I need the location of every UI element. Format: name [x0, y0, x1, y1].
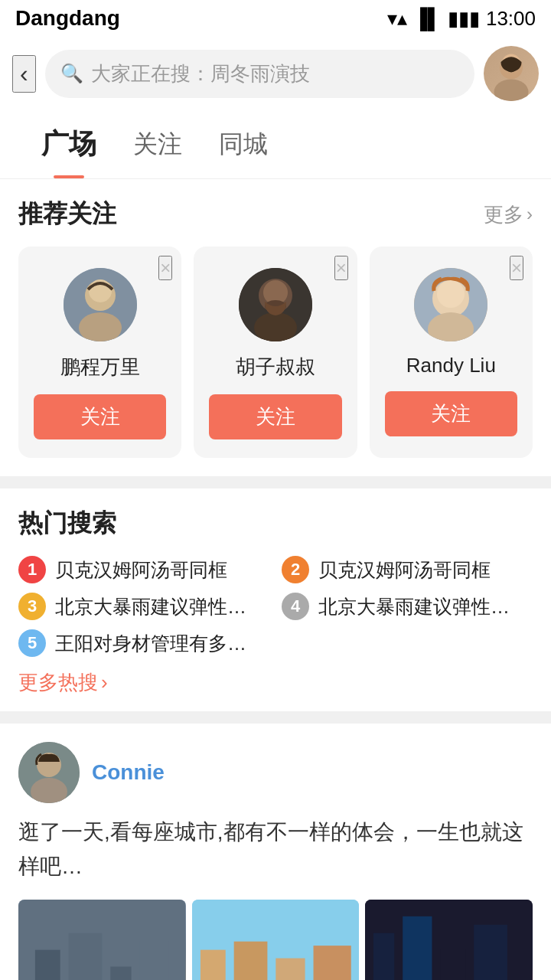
post-username[interactable]: Connie [92, 760, 165, 785]
card-avatar-3 [414, 268, 487, 341]
search-placeholder-text: 大家正在搜：周冬雨演技 [91, 60, 310, 87]
svg-rect-20 [35, 949, 60, 980]
close-card-3-button[interactable]: × [510, 256, 523, 280]
signal-icon: ▐▌ [413, 7, 442, 31]
hot-title: 热门搜索 [18, 507, 533, 541]
follow-card-2: × 胡子叔叔 关注 [194, 247, 357, 458]
more-hot-link[interactable]: 更多热搜 › [18, 669, 533, 696]
post-image-2[interactable] [192, 900, 360, 980]
card-name-1: 鹏程万里 [60, 354, 140, 381]
svg-rect-31 [313, 946, 350, 980]
hot-item-5[interactable]: 5 王阳对身材管理有多… [18, 629, 269, 657]
hot-text-2: 贝克汉姆阿汤哥同框 [318, 557, 533, 583]
search-icon: 🔍 [60, 63, 83, 84]
hot-item-4[interactable]: 4 北京大暴雨建议弹性… [282, 593, 533, 620]
svg-point-1 [494, 80, 529, 102]
svg-rect-23 [140, 941, 169, 980]
post-image-1[interactable] [18, 900, 186, 980]
avatar[interactable] [484, 46, 539, 101]
rank-2-badge: 2 [282, 556, 309, 583]
rank-4-badge: 4 [282, 593, 309, 620]
time: 13:00 [486, 7, 536, 31]
post-images [18, 900, 533, 980]
back-button[interactable]: ‹ [12, 55, 36, 93]
follow-btn-3[interactable]: 关注 [385, 391, 517, 436]
tab-guangchang[interactable]: 广场 [23, 110, 115, 178]
top-nav: ‹ 🔍 大家正在搜：周冬雨演技 [0, 37, 551, 110]
recommend-title: 推荐关注 [18, 198, 116, 231]
battery-icon: ▮▮▮ [448, 7, 480, 31]
card-name-2: 胡子叔叔 [236, 354, 315, 381]
hot-search-section: 热门搜索 1 贝克汉姆阿汤哥同框 2 贝克汉姆阿汤哥同框 3 北京大暴雨建议弹性… [0, 488, 551, 711]
hot-item-3[interactable]: 3 北京大暴雨建议弹性… [18, 593, 269, 620]
card-name-3: Randy Liu [406, 354, 496, 377]
svg-rect-37 [403, 916, 432, 980]
hot-text-4: 北京大暴雨建议弹性… [318, 594, 533, 619]
rank-3-badge: 3 [18, 593, 46, 620]
rank-5-badge: 5 [18, 629, 46, 657]
search-bar[interactable]: 🔍 大家正在搜：周冬雨演技 [45, 50, 474, 98]
status-bar-right: ▾▴ ▐▌ ▮▮▮ 13:00 [387, 7, 536, 31]
close-card-2-button[interactable]: × [334, 256, 348, 280]
post-text: 逛了一天,看每座城市,都有不一样的体会，一生也就这样吧… [18, 815, 533, 884]
card-avatar-1 [64, 268, 137, 341]
chevron-right-icon: › [527, 204, 533, 225]
follow-card-1: × 鹏程万里 关注 [18, 247, 181, 458]
follow-btn-1[interactable]: 关注 [34, 394, 166, 439]
hot-text-3: 北京大暴雨建议弹性… [55, 594, 269, 619]
more-link[interactable]: 更多 › [484, 201, 533, 228]
post-header: Connie [18, 742, 533, 803]
app-name: Dangdang [15, 6, 120, 31]
avatar-pengcheng-image [64, 268, 137, 341]
hot-text-5: 王阳对身材管理有多… [55, 631, 269, 656]
section-header: 推荐关注 更多 › [18, 198, 533, 231]
svg-rect-28 [201, 949, 226, 980]
tab-bar: 广场 关注 同城 [0, 110, 551, 179]
recommend-section: 推荐关注 更多 › × 鹏程万里 [0, 179, 551, 476]
post-card: Connie 逛了一天,看每座城市,都有不一样的体会，一生也就这样吧… [0, 724, 551, 980]
avatar-randy-image [414, 268, 487, 341]
svg-rect-36 [373, 933, 394, 980]
svg-rect-22 [110, 966, 131, 980]
post-avatar[interactable] [18, 742, 80, 803]
avatar-image [484, 46, 539, 101]
svg-point-14 [437, 280, 465, 308]
follow-btn-2[interactable]: 关注 [209, 394, 341, 439]
main-content: 推荐关注 更多 › × 鹏程万里 [0, 179, 551, 980]
tab-guanzhu[interactable]: 关注 [115, 113, 201, 177]
svg-rect-30 [276, 958, 305, 980]
close-card-1-button[interactable]: × [158, 256, 172, 280]
avatar-beard-image [239, 268, 312, 341]
card-avatar-2 [239, 268, 312, 341]
chevron-right-hot-icon: › [101, 671, 108, 694]
status-bar: Dangdang ▾▴ ▐▌ ▮▮▮ 13:00 [0, 0, 551, 37]
follow-cards: × 鹏程万里 关注 × [18, 247, 533, 458]
more-label: 更多 [484, 201, 523, 228]
svg-rect-21 [69, 933, 103, 980]
tab-tongcheng[interactable]: 同城 [201, 113, 286, 177]
wifi-icon: ▾▴ [387, 7, 407, 31]
rank-1-badge: 1 [18, 556, 46, 583]
svg-rect-38 [441, 949, 466, 980]
svg-rect-29 [233, 941, 267, 980]
hot-grid: 1 贝克汉姆阿汤哥同框 2 贝克汉姆阿汤哥同框 3 北京大暴雨建议弹性… 4 北… [18, 556, 533, 657]
follow-card-3: × Randy Liu 关注 [370, 247, 533, 458]
svg-rect-39 [474, 924, 507, 980]
post-image-3[interactable] [365, 900, 533, 980]
hot-item-2[interactable]: 2 贝克汉姆阿汤哥同框 [282, 556, 533, 583]
hot-text-1: 贝克汉姆阿汤哥同框 [55, 557, 269, 583]
post-avatar-image [18, 742, 80, 803]
hot-item-1[interactable]: 1 贝克汉姆阿汤哥同框 [18, 556, 269, 583]
more-hot-label: 更多热搜 [18, 669, 98, 696]
